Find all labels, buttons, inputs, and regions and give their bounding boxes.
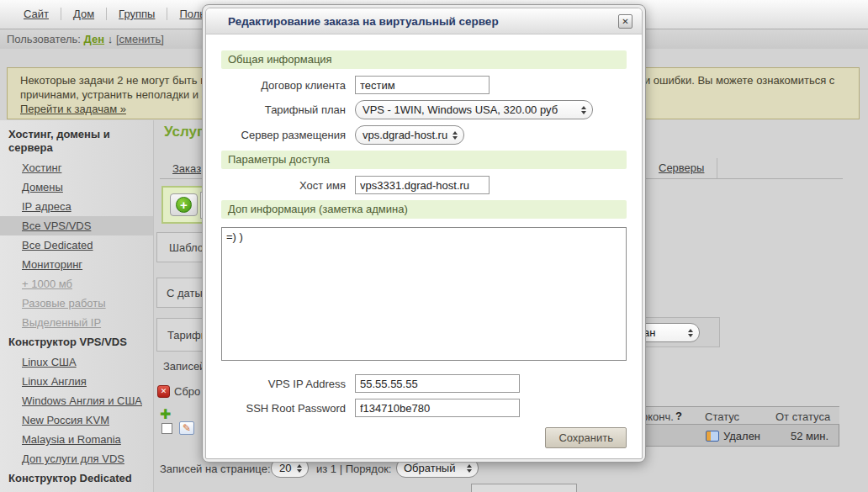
help-icon[interactable]: ?	[675, 410, 682, 422]
tab-servers[interactable]: Серверы	[659, 161, 704, 174]
select-arrows-icon	[453, 131, 458, 140]
down-arrow-icon: ↓	[108, 33, 114, 45]
nav-home[interactable]: Дом	[61, 8, 107, 20]
sidebar-section-dedicated-constructor: Конструктор Dedicated	[0, 468, 153, 489]
modal-title-bar: Редактирование заказа на виртуальный сер…	[206, 8, 642, 34]
sidebar-item-one-time-jobs[interactable]: Разовые работы	[0, 294, 153, 313]
change-user-link[interactable]: [сменить]	[116, 33, 164, 45]
sidebar: Хостинг, домены и сервера Хостинг Домены…	[0, 120, 154, 492]
save-button[interactable]: Сохранить	[545, 427, 627, 448]
ssh-password-label: SSH Root Password	[221, 402, 346, 415]
edit-order-modal: Редактирование заказа на виртуальный сер…	[202, 4, 646, 463]
warning-line1-left: Некоторые задачи 2 не могут быть вып	[20, 74, 220, 87]
user-label: Пользователь:	[7, 33, 81, 45]
partial-bottom-box	[471, 484, 577, 492]
sidebar-item-monitoring[interactable]: Мониторинг	[0, 255, 153, 274]
select-arrows-icon	[688, 329, 693, 337]
from-date-filter-label: С даты	[167, 287, 203, 299]
row-checkbox[interactable]	[161, 423, 172, 434]
tab-orders[interactable]: Заказ	[172, 162, 201, 175]
order-select-value: Обратный	[404, 462, 455, 474]
sidebar-item-new-russia-kvm[interactable]: New Россия KVM	[0, 410, 153, 430]
add-row-icon[interactable]: ✚	[160, 406, 171, 422]
ssh-password-row: SSH Root Password	[221, 399, 627, 417]
page-title: Услуг	[164, 124, 203, 140]
row-since-value: 52 мин.	[791, 430, 828, 442]
save-row: Сохранить	[221, 427, 627, 448]
row-status-value: Удален	[723, 430, 760, 442]
tariff-plan-row: Тарифный план VPS - 1WIN, Windows USA, 3…	[221, 100, 627, 119]
contract-input[interactable]	[355, 76, 490, 94]
per-page-label: Записей на странице:	[160, 463, 271, 475]
sidebar-item-linux-england[interactable]: Linux Англия	[0, 372, 153, 391]
close-icon[interactable]: ✕	[618, 14, 632, 29]
go-to-tasks-link[interactable]: Перейти к задачам »	[20, 103, 126, 115]
select-arrows-icon	[467, 464, 472, 473]
reset-filters-button[interactable]: ✕ Сбро	[157, 385, 200, 398]
placement-server-label: Сервер размещения	[221, 129, 346, 141]
col-end-date: оконч.	[642, 410, 674, 423]
sidebar-section-hosting: Хостинг, домены и сервера	[0, 124, 153, 158]
screen: Сайт Дом Группы Пользова Пользователь: Д…	[0, 0, 868, 492]
vps-ip-label: VPS IP Address	[221, 378, 346, 390]
vps-ip-input[interactable]	[355, 374, 520, 393]
hostname-row: Хост имя	[221, 176, 627, 194]
section-general-info: Общая информация	[221, 50, 627, 69]
add-order-button[interactable]: +	[170, 193, 198, 216]
nav-site[interactable]: Сайт	[24, 8, 61, 20]
sidebar-item-hosting[interactable]: Хостинг	[0, 158, 153, 177]
sidebar-item-malaysia-romania[interactable]: Malaysia и Romania	[0, 430, 153, 449]
sidebar-item-ip-addresses[interactable]: IP адреса	[0, 197, 153, 216]
sidebar-item-linux-usa[interactable]: Linux США	[0, 352, 153, 372]
user-name-link[interactable]: Ден	[84, 33, 105, 45]
sidebar-item-windows-england-usa[interactable]: Windows Англия и США	[0, 391, 153, 410]
sidebar-item-all-vps[interactable]: Все VPS/VDS	[0, 216, 153, 235]
sidebar-item-1000mb[interactable]: + 1000 мб	[0, 274, 153, 294]
tariff-plan-value: VPS - 1WIN, Windows USA, 320.00 руб	[363, 103, 558, 116]
tariff-plan-label: Тарифный план	[221, 103, 346, 116]
sidebar-item-all-dedicated[interactable]: Все Dedicated	[0, 235, 153, 255]
warning-line1-right: и ошибки. Вы можете ознакомиться с	[644, 74, 834, 87]
hostname-label: Хост имя	[221, 179, 346, 192]
ssh-password-input[interactable]	[355, 399, 520, 417]
placement-server-row: Сервер размещения vps.dgrad-host.ru	[221, 125, 627, 145]
section-admin-note: Доп информация (заметка админа)	[221, 200, 627, 219]
sidebar-item-vds-extra-services[interactable]: Доп услуги для VDS	[0, 449, 153, 468]
sidebar-item-dedicated-ip[interactable]: Выделенный IP	[0, 313, 153, 332]
select-arrows-icon	[581, 106, 586, 114]
pager-middle-label: из 1 | Порядок:	[316, 463, 391, 475]
modal-title: Редактирование заказа на виртуальный сер…	[228, 15, 499, 28]
status-icon	[706, 431, 719, 442]
tariff-plan-select[interactable]: VPS - 1WIN, Windows USA, 320.00 руб	[355, 100, 593, 119]
placement-server-value: vps.dgrad-host.ru	[363, 129, 447, 141]
contract-label: Договор клиента	[221, 79, 346, 92]
vps-ip-row: VPS IP Address	[221, 374, 627, 393]
col-from-status: От статуса	[775, 410, 830, 423]
template-filter-label: Шабло	[169, 241, 204, 254]
template-filter-button[interactable]: Шабло	[156, 232, 205, 262]
hostname-input[interactable]	[355, 176, 490, 194]
tariff-filter-button[interactable]: Тарифн	[156, 318, 205, 352]
placement-server-select[interactable]: vps.dgrad-host.ru	[355, 125, 464, 145]
per-page-value: 20	[279, 462, 291, 474]
tariff-filter-label: Тарифн	[167, 329, 207, 341]
edit-icon[interactable]: ✎	[179, 421, 194, 435]
reset-label: Сбро	[174, 385, 200, 398]
plus-icon: +	[176, 197, 192, 213]
from-date-filter-button[interactable]: С даты	[156, 278, 205, 308]
select-arrows-icon	[297, 464, 302, 473]
table-row-controls: ✎	[161, 421, 194, 435]
col-status: Статус	[705, 410, 739, 423]
modal-body: Общая информация Договор клиента Тарифны…	[206, 34, 642, 458]
admin-note-textarea[interactable]: =) )	[221, 227, 627, 361]
section-access-params: Параметры доступа	[221, 151, 627, 169]
tab-servers-box: Серверы	[647, 158, 717, 178]
warning-line2: причинами, устранить неполадки и акти	[20, 88, 224, 101]
nav-groups[interactable]: Группы	[107, 8, 167, 20]
contract-row: Договор клиента	[221, 76, 627, 94]
sidebar-item-domains[interactable]: Домены	[0, 177, 153, 197]
reset-x-icon: ✕	[157, 385, 170, 398]
sidebar-section-vps-constructor: Конструктор VPS/VDS	[0, 332, 153, 352]
records-label: Записей	[163, 360, 205, 373]
